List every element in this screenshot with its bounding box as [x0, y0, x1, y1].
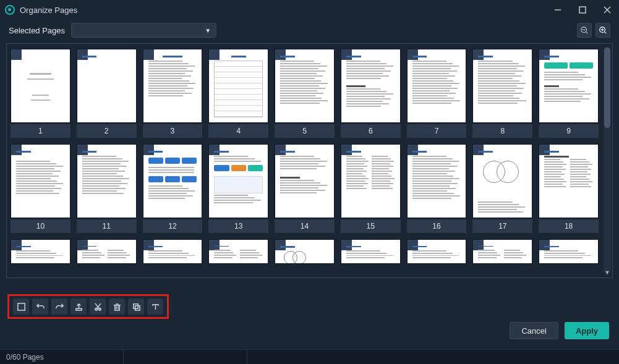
svg-rect-17 [114, 305, 119, 310]
page-thumbnail[interactable]: 17 [472, 144, 532, 233]
status-bar: 0/60 Pages [0, 349, 619, 364]
page-thumbnail[interactable] [11, 239, 70, 264]
page-number-label: 17 [472, 219, 532, 233]
page-thumbnail[interactable]: 10 [11, 144, 70, 233]
page-thumbnail[interactable]: 2 [77, 49, 137, 138]
page-thumbnail[interactable]: 16 [407, 144, 467, 233]
page-thumbnail[interactable]: 3 [143, 49, 203, 138]
filter-row: Selected Pages ▼ [0, 20, 619, 41]
cut-button[interactable] [90, 298, 106, 315]
page-thumbnail[interactable] [472, 239, 532, 264]
status-pages-count: 0/60 Pages [0, 350, 124, 364]
title-bar: Organize Pages [0, 0, 619, 20]
export-button[interactable] [70, 298, 87, 315]
minimize-button[interactable] [551, 3, 565, 17]
app-logo-icon [5, 5, 15, 15]
selected-pages-label: Selected Pages [9, 26, 65, 35]
page-thumbnail[interactable] [143, 239, 203, 264]
text-label-button[interactable] [147, 298, 163, 315]
apply-button[interactable]: Apply [565, 322, 609, 339]
page-thumbnail[interactable] [208, 239, 268, 264]
page-number-label: 13 [208, 219, 268, 233]
page-thumbnail[interactable] [407, 239, 467, 264]
page-thumbnail[interactable] [341, 239, 401, 264]
page-thumbnail[interactable]: 7 [407, 49, 467, 138]
page-thumbnail[interactable]: 1 [11, 49, 70, 138]
select-all-checkbox[interactable] [13, 298, 29, 315]
window-title: Organize Pages [20, 6, 77, 15]
page-number-label: 8 [472, 124, 532, 138]
selected-pages-dropdown[interactable]: ▼ [71, 23, 216, 38]
svg-line-5 [586, 32, 588, 34]
svg-rect-1 [579, 7, 586, 13]
page-thumbnail[interactable]: 11 [77, 144, 137, 233]
page-number-label: 15 [341, 219, 401, 233]
page-number-label: 10 [11, 219, 70, 233]
page-thumbnail[interactable]: 18 [539, 144, 599, 233]
zoom-out-button[interactable] [577, 23, 592, 38]
svg-rect-23 [135, 305, 140, 310]
redo-button[interactable] [51, 298, 67, 315]
page-number-label: 11 [77, 219, 137, 233]
page-number-label: 9 [539, 124, 599, 138]
page-number-label: 5 [275, 124, 335, 138]
page-thumbnail[interactable]: 5 [275, 49, 335, 138]
page-number-label: 6 [341, 124, 401, 138]
undo-button[interactable] [32, 298, 48, 315]
chevron-down-icon: ▼ [205, 27, 211, 34]
page-thumbnail[interactable]: 14 [275, 144, 335, 233]
page-number-label: 18 [539, 219, 599, 233]
scroll-down-icon[interactable]: ▼ [604, 269, 611, 276]
status-cell-2 [124, 350, 247, 364]
page-number-label: 3 [143, 124, 203, 138]
close-button[interactable] [600, 3, 614, 17]
window-buttons [551, 3, 614, 17]
delete-button[interactable] [109, 298, 125, 315]
cancel-button[interactable]: Cancel [510, 322, 558, 339]
page-thumbnail[interactable]: 13 [208, 144, 268, 233]
page-thumbnail[interactable]: 6 [341, 49, 401, 138]
page-number-label: 2 [77, 124, 137, 138]
page-number-label: 4 [208, 124, 268, 138]
page-thumbnail[interactable]: 12 [143, 144, 203, 233]
page-thumbnail[interactable]: 8 [472, 49, 532, 138]
page-thumbnail[interactable] [275, 239, 335, 264]
svg-rect-22 [133, 303, 138, 308]
page-number-label: 7 [407, 124, 467, 138]
copy-button[interactable] [128, 298, 144, 315]
svg-line-8 [605, 32, 607, 34]
svg-rect-11 [17, 303, 24, 310]
page-toolbar [7, 294, 169, 319]
maximize-button[interactable] [576, 3, 589, 17]
page-number-label: 16 [407, 219, 467, 233]
page-thumbnail[interactable]: 9 [539, 49, 599, 138]
zoom-in-button[interactable] [596, 23, 610, 38]
page-thumbnail[interactable] [539, 239, 599, 264]
dialog-actions: Cancel Apply [510, 322, 609, 339]
page-thumbnail[interactable]: 4 [208, 49, 268, 138]
scrollbar-thumb[interactable] [604, 48, 610, 128]
page-thumbnail[interactable] [77, 239, 137, 264]
thumbnail-grid: 123456789101112131415161718 [7, 44, 602, 269]
svg-rect-12 [75, 308, 81, 310]
page-number-label: 12 [143, 219, 203, 233]
page-number-label: 1 [11, 124, 70, 138]
page-thumbnail-area: 123456789101112131415161718 ▲ ▼ [6, 43, 613, 278]
page-thumbnail[interactable]: 15 [341, 144, 401, 233]
page-number-label: 14 [275, 219, 335, 233]
vertical-scrollbar[interactable]: ▲ ▼ [604, 46, 611, 275]
